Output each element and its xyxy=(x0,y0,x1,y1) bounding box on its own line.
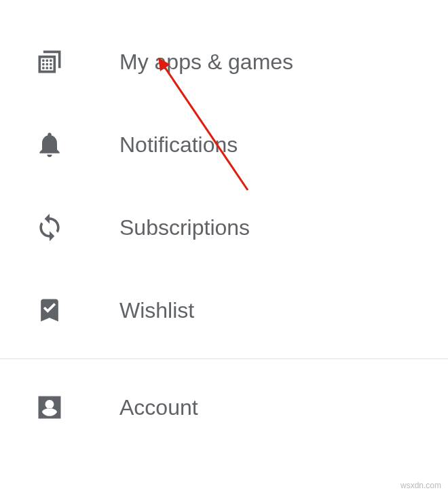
svg-point-3 xyxy=(42,63,45,66)
watermark: wsxdn.com xyxy=(400,481,441,490)
svg-point-4 xyxy=(46,63,49,66)
svg-point-0 xyxy=(42,59,45,62)
svg-point-8 xyxy=(50,67,52,69)
svg-point-6 xyxy=(42,67,45,69)
navigation-menu: My apps & games Notifications Subscripti… xyxy=(0,0,448,449)
bell-icon xyxy=(33,128,67,162)
apps-grid-icon xyxy=(33,45,67,79)
menu-item-my-apps[interactable]: My apps & games xyxy=(0,20,448,103)
svg-point-7 xyxy=(46,67,49,69)
menu-item-account[interactable]: Account xyxy=(0,366,448,449)
menu-item-subscriptions[interactable]: Subscriptions xyxy=(0,186,448,269)
refresh-icon xyxy=(33,210,67,244)
menu-item-label: Notifications xyxy=(119,132,238,158)
svg-point-1 xyxy=(46,59,49,62)
menu-item-wishlist[interactable]: Wishlist xyxy=(0,269,448,352)
menu-item-label: Account xyxy=(119,395,198,420)
menu-item-label: Wishlist xyxy=(119,298,194,323)
account-icon xyxy=(33,390,67,424)
svg-point-5 xyxy=(50,63,52,66)
divider xyxy=(0,358,448,359)
menu-item-label: My apps & games xyxy=(119,50,293,75)
menu-item-label: Subscriptions xyxy=(119,215,250,240)
bookmark-check-icon xyxy=(33,293,67,327)
menu-item-notifications[interactable]: Notifications xyxy=(0,103,448,186)
svg-point-2 xyxy=(50,59,52,62)
